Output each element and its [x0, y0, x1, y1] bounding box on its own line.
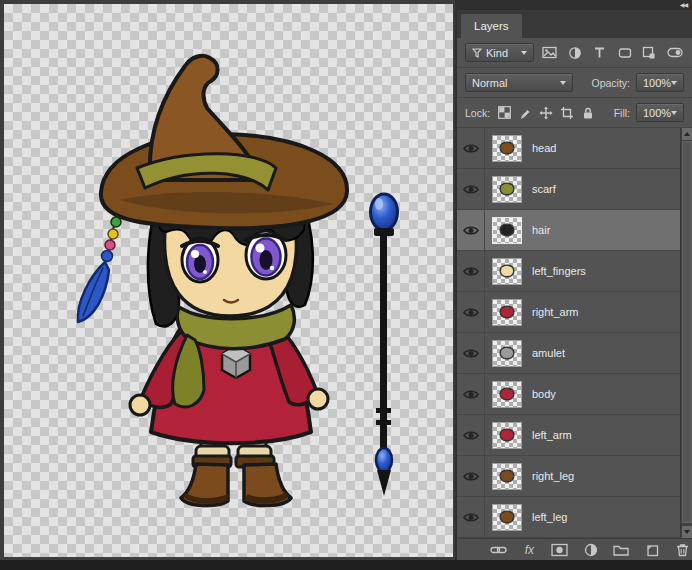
hat-charm: [78, 216, 121, 322]
filter-type-layers-button[interactable]: [590, 43, 609, 62]
chevron-down-icon: [671, 111, 677, 115]
layer-thumbnail[interactable]: [492, 504, 522, 531]
filter-pixel-layers-button[interactable]: [540, 43, 559, 62]
visibility-toggle[interactable]: [457, 415, 485, 455]
lock-pixels-brush-icon: [518, 106, 532, 120]
lock-all-button[interactable]: [580, 103, 596, 122]
trash-icon: [675, 543, 690, 557]
collapse-panels-icon[interactable]: ◀◀: [680, 2, 687, 8]
layer-list-scrollbar[interactable]: [680, 128, 692, 538]
layer-thumbnail[interactable]: [492, 299, 522, 326]
filter-adjustment-layers-button[interactable]: [565, 43, 584, 62]
layers-panel: ◀◀ Layers Kind: [455, 0, 692, 560]
layer-thumbnail[interactable]: [492, 422, 522, 449]
fill-value-dropdown[interactable]: 100%: [636, 103, 684, 122]
blend-mode-dropdown[interactable]: Normal: [465, 73, 573, 92]
layer-row-amulet[interactable]: amulet: [457, 333, 680, 374]
lock-artboard-icon: [560, 106, 574, 120]
eye-icon: [463, 184, 479, 195]
visibility-toggle[interactable]: [457, 210, 485, 250]
visibility-toggle[interactable]: [457, 374, 485, 414]
layer-name: body: [532, 388, 556, 400]
layer-thumbnail[interactable]: [492, 217, 522, 244]
layer-row-body[interactable]: body: [457, 374, 680, 415]
eye-icon: [463, 389, 479, 400]
layer-row-left-fingers[interactable]: left_fingers: [457, 251, 680, 292]
staff-artwork: [371, 194, 398, 496]
tab-layers[interactable]: Layers: [461, 14, 522, 38]
visibility-toggle[interactable]: [457, 333, 485, 373]
layer-name: right_arm: [532, 306, 578, 318]
layer-mask-icon: [551, 543, 568, 557]
layer-row-scarf[interactable]: scarf: [457, 169, 680, 210]
eye-icon: [463, 471, 479, 482]
blend-opacity-row: Normal Opacity: 100%: [457, 68, 692, 98]
add-layer-mask-button[interactable]: [550, 540, 570, 559]
new-adjustment-layer-button[interactable]: [581, 540, 601, 559]
chevron-down-icon: [521, 51, 527, 55]
visibility-toggle[interactable]: [457, 128, 485, 168]
opacity-value-dropdown[interactable]: 100%: [636, 73, 684, 92]
layer-thumbnail[interactable]: [492, 258, 522, 285]
triangle-up-icon: [684, 132, 690, 136]
filter-toggle-icon: [667, 47, 683, 58]
layer-row-right-leg[interactable]: right_leg: [457, 456, 680, 497]
eye-icon: [463, 307, 479, 318]
visibility-toggle[interactable]: [457, 497, 485, 537]
visibility-toggle[interactable]: [457, 169, 485, 209]
delete-layer-button[interactable]: [672, 540, 692, 559]
layer-filter-toggle[interactable]: [665, 43, 684, 62]
layer-thumbnail[interactable]: [492, 340, 522, 367]
filter-shape-layers-button[interactable]: [615, 43, 634, 62]
link-layers-button[interactable]: [489, 540, 509, 559]
lock-transparency-icon: [498, 106, 511, 119]
layer-row-hair[interactable]: hair: [457, 210, 680, 251]
opacity-label: Opacity:: [591, 77, 630, 89]
visibility-toggle[interactable]: [457, 456, 485, 496]
scroll-up-button[interactable]: [682, 128, 692, 140]
dock-header: ◀◀: [457, 0, 692, 10]
panel-tab-bar: Layers: [457, 10, 692, 38]
layer-row-right-arm[interactable]: right_arm: [457, 292, 680, 333]
layer-name: hair: [532, 224, 550, 236]
lock-transparency-button[interactable]: [496, 103, 512, 122]
lock-position-move-icon: [539, 106, 553, 120]
kind-filter-dropdown[interactable]: Kind: [465, 43, 534, 62]
triangle-down-icon: [684, 530, 690, 534]
layer-thumbnail[interactable]: [492, 176, 522, 203]
layer-thumbnail[interactable]: [492, 135, 522, 162]
document-canvas[interactable]: [4, 4, 453, 557]
layer-row-left-arm[interactable]: left_arm: [457, 415, 680, 456]
eye-icon: [463, 512, 479, 523]
layer-name: right_leg: [532, 470, 574, 482]
character-artwork: [78, 56, 347, 506]
filter-kind-icon: [472, 48, 482, 58]
scrollbar-thumb[interactable]: [682, 141, 692, 523]
fx-icon: fx: [525, 544, 534, 556]
eye-icon: [463, 430, 479, 441]
layer-style-button[interactable]: fx: [520, 540, 540, 559]
canvas-artwork: [4, 4, 453, 557]
layer-row-head[interactable]: head: [457, 128, 680, 169]
hat: [101, 56, 347, 228]
lock-artboard-button[interactable]: [559, 103, 575, 122]
filter-smart-objects-button[interactable]: [640, 43, 659, 62]
lock-position-button[interactable]: [538, 103, 554, 122]
layer-thumbnail[interactable]: [492, 463, 522, 490]
link-chain-icon: [490, 544, 507, 556]
layer-thumbnail[interactable]: [492, 381, 522, 408]
layer-name: left_leg: [532, 511, 567, 523]
visibility-toggle[interactable]: [457, 251, 485, 291]
layer-row-left-leg[interactable]: left_leg: [457, 497, 680, 538]
smart-object-icon: [642, 46, 656, 60]
lock-pixels-button[interactable]: [517, 103, 533, 122]
hand-right: [308, 389, 328, 409]
eye-icon: [463, 266, 479, 277]
new-group-button[interactable]: [611, 540, 631, 559]
new-layer-button[interactable]: [642, 540, 662, 559]
scroll-down-button[interactable]: [682, 526, 692, 538]
eye-icon: [463, 143, 479, 154]
layer-name: left_arm: [532, 429, 572, 441]
layer-name: left_fingers: [532, 265, 586, 277]
visibility-toggle[interactable]: [457, 292, 485, 332]
